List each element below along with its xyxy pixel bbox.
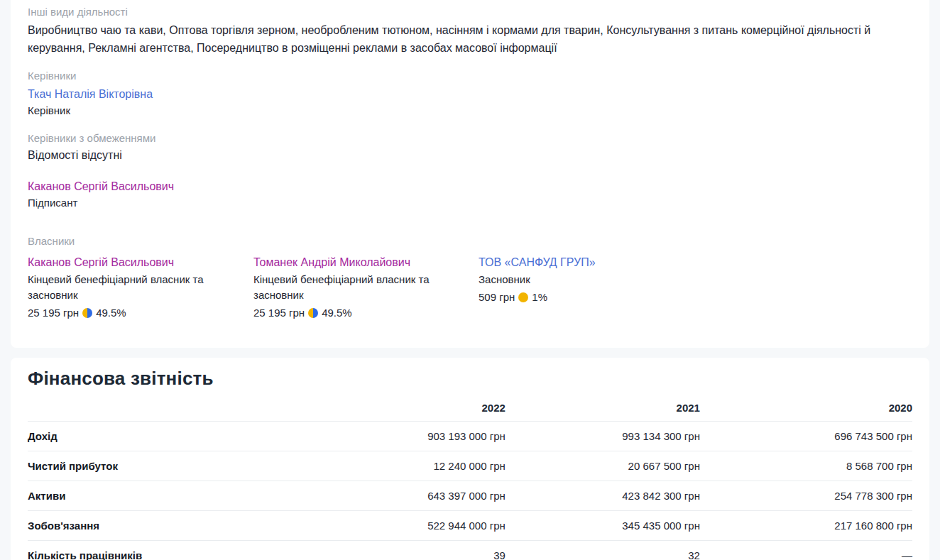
cell-value: — xyxy=(700,541,912,560)
owner-amount: 25 195 грн xyxy=(253,306,305,320)
owner-share: 25 195 грн 49.5% xyxy=(253,306,479,320)
signer-role: Підписант xyxy=(28,196,912,210)
owners-section: Власники Каканов Сергій Васильович Кінце… xyxy=(28,235,912,320)
owner-role: Кінцевий бенефіціарний власник та заснов… xyxy=(253,272,432,303)
manager-name-link[interactable]: Ткач Наталія Вікторівна xyxy=(28,87,153,101)
cell-value: 522 944 000 грн xyxy=(311,511,505,541)
ownership-pie-icon xyxy=(518,292,528,302)
signer-section: Каканов Сергій Васильович Підписант xyxy=(28,175,912,210)
other-activities-label: Інші види діяльності xyxy=(28,6,912,18)
company-profile-page: Інші види діяльності Виробництво чаю та … xyxy=(0,0,940,560)
row-label: Дохід xyxy=(28,422,311,451)
signer-name-link[interactable]: Каканов Сергій Васильович xyxy=(28,179,174,194)
row-label: Активи xyxy=(28,481,311,511)
cell-value: 254 778 300 грн xyxy=(700,481,912,511)
row-label: Кількість працівників xyxy=(28,541,311,560)
owner-share-percent: 49.5% xyxy=(322,306,352,320)
manager-role: Керівник xyxy=(28,104,912,118)
cell-value: 345 435 000 грн xyxy=(505,511,700,541)
row-label: Зобов'язання xyxy=(28,511,311,541)
cell-value: 8 568 700 грн xyxy=(700,451,912,481)
owner-share: 25 195 грн 49.5% xyxy=(28,306,253,320)
financials-table: 2022 2021 2020 Дохід 903 193 000 грн 993… xyxy=(28,395,912,560)
other-activities-text: Виробництво чаю та кави, Оптова торгівля… xyxy=(28,21,912,57)
owner-name-link[interactable]: Каканов Сергій Васильович xyxy=(28,255,174,270)
owner-name-link[interactable]: Томанек Андрій Миколайович xyxy=(253,255,410,270)
financials-header-empty xyxy=(28,395,311,422)
financials-title: Фінансова звітність xyxy=(28,368,912,389)
table-row: Активи 643 397 000 грн 423 842 300 грн 2… xyxy=(28,481,912,511)
owner-share-percent: 1% xyxy=(532,290,547,304)
owner-amount: 509 грн xyxy=(479,290,515,304)
financials-header-row: 2022 2021 2020 xyxy=(28,395,912,422)
cell-value: 20 667 500 грн xyxy=(505,451,700,481)
cell-value: 32 xyxy=(505,541,700,560)
managers-label: Керівники xyxy=(28,70,912,82)
owner-name-link[interactable]: ТОВ «САНФУД ГРУП» xyxy=(479,255,596,270)
owner-card: Каканов Сергій Васильович Кінцевий бенеф… xyxy=(28,251,253,320)
cell-value: 39 xyxy=(311,541,505,560)
ownership-pie-icon xyxy=(308,308,318,318)
owner-share-percent: 49.5% xyxy=(96,306,126,320)
owner-amount: 25 195 грн xyxy=(28,306,79,320)
cell-value: 643 397 000 грн xyxy=(311,481,505,511)
restricted-managers-section: Керівники з обмеженнями Відомості відсут… xyxy=(28,132,912,163)
financial-reports-card: Фінансова звітність 2022 2021 2020 Дохід… xyxy=(11,358,929,560)
table-row: Чистий прибуток 12 240 000 грн 20 667 50… xyxy=(28,451,912,481)
financials-year: 2020 xyxy=(700,395,912,422)
cell-value: 903 193 000 грн xyxy=(311,422,505,451)
cell-value: 993 134 300 грн xyxy=(505,422,700,451)
owner-share: 509 грн 1% xyxy=(479,290,912,304)
owner-card: ТОВ «САНФУД ГРУП» Засновник 509 грн 1% xyxy=(479,251,912,320)
other-activities-section: Інші види діяльності Виробництво чаю та … xyxy=(28,6,912,57)
owners-label: Власники xyxy=(28,235,912,248)
table-row: Зобов'язання 522 944 000 грн 345 435 000… xyxy=(28,511,912,541)
cell-value: 12 240 000 грн xyxy=(311,451,505,481)
cell-value: 423 842 300 грн xyxy=(505,481,700,511)
ownership-pie-icon xyxy=(82,308,92,318)
table-row: Дохід 903 193 000 грн 993 134 300 грн 69… xyxy=(28,422,912,451)
cell-value: 217 160 800 грн xyxy=(700,511,912,541)
table-row: Кількість працівників 39 32 — xyxy=(28,541,912,560)
managers-section: Керівники Ткач Наталія Вікторівна Керівн… xyxy=(28,70,912,118)
restricted-managers-empty: Відомості відсутні xyxy=(28,148,912,163)
owner-role: Засновник xyxy=(479,272,657,287)
restricted-managers-label: Керівники з обмеженнями xyxy=(28,132,912,145)
cell-value: 696 743 500 грн xyxy=(700,422,912,451)
company-details-card: Інші види діяльності Виробництво чаю та … xyxy=(11,0,929,348)
owners-grid: Каканов Сергій Васильович Кінцевий бенеф… xyxy=(28,251,912,320)
row-label: Чистий прибуток xyxy=(28,451,311,481)
financials-year: 2021 xyxy=(505,395,700,422)
owner-card: Томанек Андрій Миколайович Кінцевий бене… xyxy=(253,251,479,320)
financials-year: 2022 xyxy=(311,395,505,422)
owner-role: Кінцевий бенефіціарний власник та заснов… xyxy=(28,272,207,303)
